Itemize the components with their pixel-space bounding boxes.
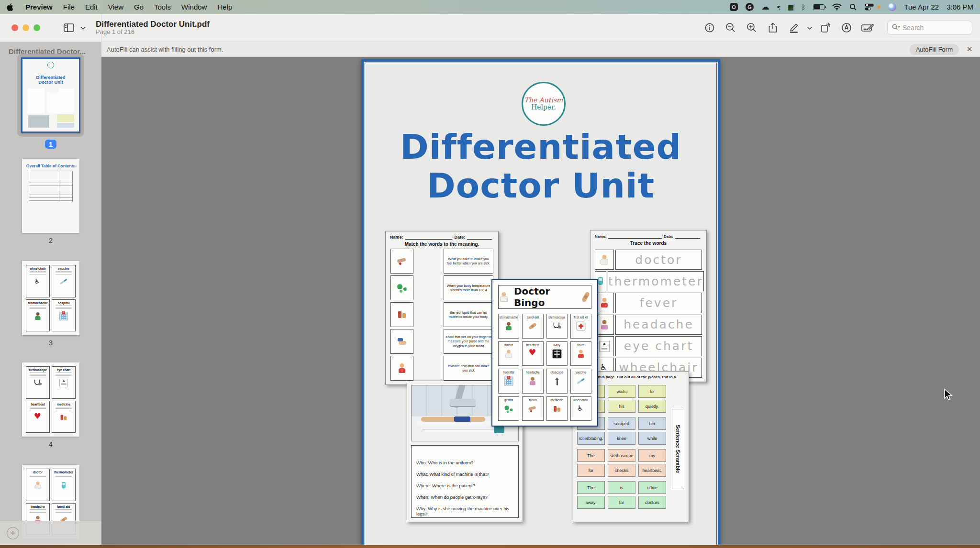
siri-icon[interactable]	[888, 3, 896, 11]
bluetooth-icon[interactable]: ᛒ	[802, 3, 805, 11]
markup-pen-button[interactable]	[786, 20, 802, 35]
app-dots-icon[interactable]: •:	[777, 3, 780, 11]
info-button[interactable]	[702, 20, 718, 35]
wifi-icon[interactable]	[832, 3, 842, 11]
bingo-cell: blood	[522, 396, 543, 421]
menu-item-go[interactable]: Go	[129, 3, 149, 11]
menu-item-help[interactable]: Help	[212, 3, 237, 11]
minimize-window-button[interactable]	[22, 24, 29, 31]
flashcard-icon	[33, 413, 42, 422]
menu-bar-clock[interactable]: 3:06 PM	[947, 3, 973, 11]
control-center-icon[interactable]	[865, 3, 874, 11]
word-tile: waits	[608, 385, 635, 398]
document-title: Differentiated Doctor Unit.pdf	[96, 20, 210, 29]
word-tile: quietly.	[638, 400, 666, 413]
match-meaning-box: When your body temperature reaches more …	[444, 275, 493, 300]
flashcard: medicine	[52, 401, 76, 433]
banner-close-icon[interactable]: ✕	[963, 45, 976, 54]
match-icon	[397, 363, 407, 373]
thumbnail-page-2[interactable]: Overall Table of Contents 2	[0, 159, 101, 244]
search-icon	[892, 24, 900, 32]
preview-window: Differentiated Doctor Unit.pdf Page 1 of…	[0, 14, 980, 545]
menu-item-preview[interactable]: Preview	[20, 3, 58, 11]
trace-word: headache	[615, 315, 702, 335]
desktop-wallpaper-strip	[0, 545, 980, 548]
thumbnail-sidebar: Differentiated Doctor... DifferentiatedD…	[0, 42, 101, 545]
word-tile: while	[638, 432, 666, 445]
trace-word: fever	[615, 293, 702, 313]
markup-tip-button[interactable]	[838, 20, 855, 35]
grammarly-icon[interactable]: G	[746, 3, 754, 11]
word-tile: office	[638, 481, 666, 494]
word-tile: rollerblading.	[577, 432, 605, 445]
match-icon	[397, 256, 407, 266]
bingo-title: Doctor Bingo	[514, 285, 576, 308]
zoom-window-button[interactable]	[33, 24, 40, 31]
flashcard: eye chart	[52, 366, 76, 399]
trace-word: thermometer	[608, 271, 704, 291]
rotate-button[interactable]	[817, 20, 834, 35]
menu-item-file[interactable]: File	[58, 3, 80, 11]
match-row: What you take to make you feel better wh…	[390, 249, 493, 274]
bingo-cell: fever	[570, 341, 591, 366]
autism-helper-logo: The Autism Helper.	[522, 82, 566, 126]
trace-row: thermometer	[595, 271, 702, 291]
mini-logo	[47, 62, 54, 68]
share-button[interactable]	[765, 20, 781, 35]
add-page-button[interactable]: +	[7, 527, 19, 539]
bingo-cell-icon	[577, 377, 586, 386]
apple-menu[interactable]	[7, 0, 20, 14]
search-input[interactable]: Search	[887, 21, 972, 35]
match-icon	[397, 283, 407, 293]
match-worksheet: Name: Date: Match the words to the meani…	[385, 231, 499, 385]
pdf-page-1: The Autism Helper. Differentiated Doctor…	[361, 59, 720, 545]
bingo-cell: germs	[498, 396, 519, 421]
word-tile: stethoscope	[608, 449, 635, 462]
trace-row: eye chart	[595, 336, 702, 356]
menu-bar-date[interactable]: Tue Apr 22	[904, 3, 939, 11]
input-source-icon[interactable]: ▦	[788, 3, 794, 11]
fill-sign-button[interactable]	[859, 20, 876, 35]
word-tile: The	[577, 449, 605, 462]
mini-toc-table	[29, 171, 73, 202]
thumbnail-page-1[interactable]: DifferentiatedDoctor Unit 1	[0, 54, 101, 148]
document-canvas: The Autism Helper. Differentiated Doctor…	[101, 57, 980, 545]
bingo-cell-icon	[504, 322, 513, 331]
menu-item-tools[interactable]: Tools	[149, 3, 176, 11]
flashcard: thermometer	[52, 469, 76, 501]
bingo-cell: doctor	[498, 341, 519, 366]
markup-chevron-icon[interactable]	[807, 23, 813, 32]
screen-record-icon[interactable]: O	[730, 3, 738, 11]
sidebar-toggle-button[interactable]	[61, 20, 77, 35]
menu-bar: Preview File Edit View Go Tools Window H…	[0, 0, 980, 14]
match-meaning-box: the red liquid that carries nutrients in…	[444, 302, 493, 327]
title-bar: Differentiated Doctor Unit.pdf Page 1 of…	[0, 14, 980, 42]
page-number: 3	[49, 339, 53, 347]
trace-word: eye chart	[615, 336, 702, 356]
match-image-box	[390, 356, 413, 381]
bingo-cell: medicine	[546, 396, 568, 421]
close-window-button[interactable]	[11, 24, 18, 31]
match-row: the red liquid that carries nutrients in…	[390, 302, 493, 327]
autofill-form-button[interactable]: AutoFill Form	[910, 44, 959, 55]
thumbnail-page-3[interactable]: wheelchair vaccine	[0, 261, 101, 347]
bingo-cell: heartbeat	[522, 341, 543, 366]
bingo-cell-icon	[504, 377, 513, 386]
trace-word: doctor	[615, 250, 702, 270]
trace-icon	[599, 254, 610, 265]
menu-item-window[interactable]: Window	[176, 3, 212, 11]
zoom-out-button[interactable]	[723, 20, 739, 35]
match-row: a tool that sits on your finger to measu…	[390, 329, 493, 354]
spotlight-search-icon[interactable]	[849, 3, 857, 11]
cloud-status-icon[interactable]: ☁	[761, 3, 769, 11]
page-number-badge: 1	[45, 140, 56, 149]
thumbnail-page-4[interactable]: stethoscope eye chart	[0, 362, 101, 448]
zoom-in-button[interactable]	[744, 20, 760, 35]
sidebar-chevron-icon[interactable]	[80, 23, 86, 32]
bingo-cell-icon	[528, 404, 537, 413]
battery-icon[interactable]	[813, 3, 824, 11]
menu-item-view[interactable]: View	[103, 3, 129, 11]
bingo-cell: headache	[522, 369, 543, 394]
menu-item-edit[interactable]: Edit	[80, 3, 103, 11]
word-tile: for	[577, 464, 605, 477]
